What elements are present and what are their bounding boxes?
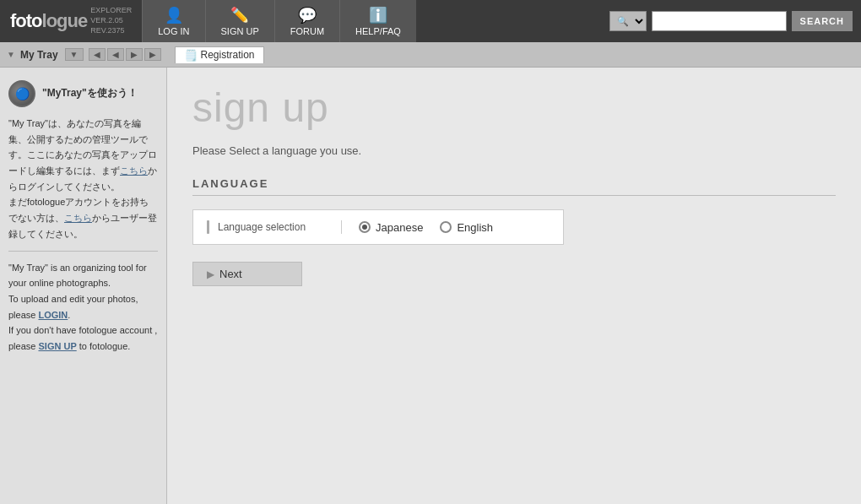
logo-foto: foto	[10, 10, 42, 31]
next-arrow-icon: ▶	[207, 268, 214, 280]
next-button[interactable]: ▶ Next	[192, 262, 302, 286]
language-row: Language selection Japanese English	[193, 210, 563, 244]
sidebar-signup-link[interactable]: SIGN UP	[38, 341, 76, 351]
nav-forward2-button[interactable]: ▶	[144, 48, 161, 61]
nav-help-faq-label: HELP/FAQ	[355, 26, 401, 36]
sidebar-login-link[interactable]: LOGIN	[38, 310, 68, 320]
help-faq-icon: ℹ️	[369, 6, 387, 24]
sidebar-header: 🔵 "MyTray"を使おう！	[8, 80, 158, 107]
sidebar-en-text: "My Tray" is an organizing tool for your…	[8, 260, 158, 355]
nav-forum[interactable]: 💬 FORUM	[274, 0, 339, 42]
search-area: 🔍 SEARCH	[601, 0, 861, 42]
sidebar-jp-text: "My Tray"は、あなたの写真を編集、公開するための管理ツールです。ここにあ…	[8, 116, 158, 242]
logo-area: fotologue EXPLORER VER.2.05 REV.2375	[0, 0, 142, 42]
radio-japanese-circle	[359, 221, 371, 233]
nav-log-in-label: LOG IN	[158, 26, 189, 36]
radio-english[interactable]: English	[440, 221, 493, 234]
triangle-icon: ▼	[7, 50, 15, 59]
log-in-icon: 👤	[165, 6, 183, 24]
logo: fotologue	[10, 10, 87, 32]
sidebar-en-3: .	[68, 310, 70, 320]
radio-english-circle	[440, 221, 452, 233]
sidebar-title: "MyTray"を使おう！	[42, 85, 138, 101]
registration-tab[interactable]: 🗒️ Registration	[175, 46, 264, 63]
sidebar-link-2[interactable]: こちら	[64, 213, 92, 223]
language-section-title: LANGUAGE	[192, 177, 836, 196]
sign-up-icon: ✏️	[230, 6, 249, 24]
next-button-label: Next	[219, 268, 242, 280]
search-input[interactable]	[652, 11, 787, 31]
tray-options-button[interactable]: ▼	[65, 48, 84, 61]
sidebar-link-1[interactable]: こちら	[120, 165, 148, 176]
lang-bar-icon	[207, 220, 209, 234]
nav-back2-button[interactable]: ◀	[107, 48, 124, 61]
nav-back-button[interactable]: ◀	[89, 48, 106, 61]
logo-version: EXPLORER VER.2.05 REV.2375	[90, 6, 132, 35]
radio-english-label: English	[457, 221, 493, 234]
radio-japanese[interactable]: Japanese	[359, 221, 423, 234]
nav-forward-button[interactable]: ▶	[126, 48, 143, 61]
avatar: 🔵	[8, 80, 35, 107]
search-button[interactable]: SEARCH	[792, 11, 853, 31]
sidebar-en-1: "My Tray" is an organizing tool for your…	[8, 263, 147, 289]
registration-label: Registration	[201, 49, 255, 61]
subtitle: Please Select a language you use.	[192, 144, 836, 157]
toolbar-nav: ◀ ◀ ▶ ▶	[89, 48, 161, 61]
toolbar: ▼ My Tray ▼ ◀ ◀ ▶ ▶ 🗒️ Registration	[0, 42, 861, 68]
nav-log-in[interactable]: 👤 LOG IN	[142, 0, 204, 42]
content: 🔵 "MyTray"を使おう！ "My Tray"は、あなたの写真を編集、公開す…	[0, 68, 861, 504]
sign-up-title: sign up	[192, 84, 836, 131]
my-tray-label: My Tray	[20, 49, 58, 61]
language-table: Language selection Japanese English	[192, 209, 564, 245]
nav-sign-up[interactable]: ✏️ SIGN UP	[205, 0, 274, 42]
nav-help-faq[interactable]: ℹ️ HELP/FAQ	[339, 0, 416, 42]
sidebar-divider	[8, 251, 158, 252]
registration-icon: 🗒️	[184, 49, 198, 62]
radio-group: Japanese English	[359, 221, 493, 234]
sidebar: 🔵 "MyTray"を使おう！ "My Tray"は、あなたの写真を編集、公開す…	[0, 68, 167, 504]
logo-logue: logue	[42, 10, 88, 31]
main-content: sign up Please Select a language you use…	[167, 68, 861, 504]
language-label: Language selection	[218, 221, 306, 233]
language-label-col: Language selection	[207, 220, 342, 234]
nav-sign-up-label: SIGN UP	[221, 26, 259, 36]
search-category-select[interactable]: 🔍	[609, 11, 647, 31]
sidebar-en-5: to fotologue.	[77, 341, 131, 351]
sidebar-en-2: To upload and edit your photos, please	[8, 294, 138, 320]
header: fotologue EXPLORER VER.2.05 REV.2375 👤 L…	[0, 0, 861, 42]
radio-japanese-label: Japanese	[376, 221, 423, 234]
forum-icon: 💬	[298, 6, 317, 24]
nav-forum-label: FORUM	[290, 26, 324, 36]
